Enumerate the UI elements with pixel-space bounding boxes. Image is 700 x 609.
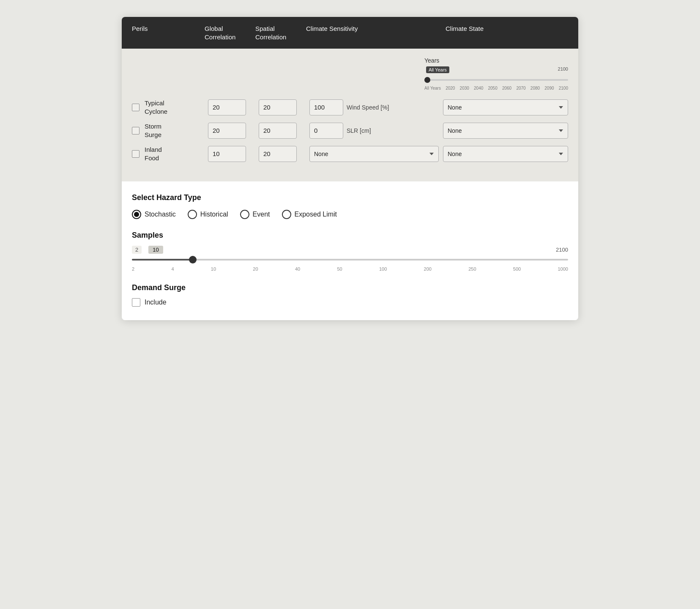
peril-name-cell-cyclone: TypicalCyclone (132, 99, 208, 115)
radio-outer-event (240, 210, 249, 219)
samples-ticks: 2 4 10 20 40 50 100 200 250 500 1000 (132, 266, 568, 272)
peril-cs-cyclone: Wind Speed [%] (309, 99, 439, 115)
spatial-correlation-input-cyclone[interactable] (259, 99, 297, 115)
peril-name-cell-storm: StormSurge (132, 122, 208, 139)
samples-min: 2 (132, 246, 142, 254)
radio-exposed-limit[interactable]: Exposed Limit (282, 210, 337, 219)
years-slider-thumb[interactable] (424, 77, 430, 83)
radio-inner-stochastic (134, 212, 139, 217)
peril-name-cell-inland: InlandFood (132, 145, 208, 162)
radio-stochastic[interactable]: Stochastic (132, 210, 176, 219)
samples-header: 2 10 2100 (132, 246, 568, 254)
demand-surge-section: Demand Surge Include (132, 283, 568, 307)
peril-global-corr-storm (208, 123, 259, 139)
peril-row-inland-food: InlandFood None None (132, 145, 568, 162)
peril-cs-storm: SLR [cm] (309, 123, 439, 139)
radio-outer-exposed (282, 210, 291, 219)
global-correlation-input-inland[interactable] (208, 146, 246, 162)
peril-cs-inland: None (309, 146, 439, 162)
years-slider-container: All Years 2100 All Years 2020 2030 2040 … (424, 66, 568, 91)
header-spatial-correlation: SpatialCorrelation (249, 17, 299, 49)
hazard-type-title: Select Hazard Type (132, 193, 568, 202)
spatial-correlation-input-inland[interactable] (259, 146, 297, 162)
header-climate-sensitivity: Climate Sensitivity (299, 17, 439, 49)
demand-surge-include-label: Include (145, 299, 167, 306)
perils-section: Years All Years 2100 All Years 2020 2 (122, 49, 578, 181)
header-global-correlation: GlobalCorrelation (198, 17, 249, 49)
samples-track (132, 259, 568, 261)
samples-current: 10 (148, 246, 163, 254)
samples-slider-wrapper[interactable] (132, 255, 568, 264)
demand-surge-checkbox-row: Include (132, 298, 568, 307)
table-header: Perils GlobalCorrelation SpatialCorrelat… (122, 17, 578, 49)
peril-row-storm-surge: StormSurge SLR [cm] None (132, 122, 568, 139)
radio-event[interactable]: Event (240, 210, 270, 219)
years-tooltip: All Years (426, 66, 449, 73)
radio-label-exposed: Exposed Limit (295, 211, 337, 218)
samples-section: Samples 2 10 2100 2 4 10 20 40 50 100 20… (132, 231, 568, 272)
years-row: Years All Years 2100 All Years 2020 2 (132, 57, 568, 91)
peril-spatial-corr-inland (259, 146, 309, 162)
radio-label-historical: Historical (200, 211, 228, 218)
years-max-label: 2100 (558, 66, 568, 71)
peril-global-corr-inland (208, 146, 259, 162)
global-correlation-input-cyclone[interactable] (208, 99, 246, 115)
spatial-correlation-input-storm[interactable] (259, 123, 297, 139)
radio-label-event: Event (253, 211, 270, 218)
years-slider-ticks: All Years 2020 2030 2040 2050 2060 2070 … (424, 86, 568, 91)
hazard-type-radio-group: Stochastic Historical Event Exposed Limi… (132, 210, 568, 219)
peril-spatial-corr-cyclone (259, 99, 309, 115)
radio-historical[interactable]: Historical (188, 210, 228, 219)
radio-label-stochastic: Stochastic (145, 211, 176, 218)
cs-select-wrapper-inland: None (309, 146, 439, 162)
peril-spatial-corr-storm (259, 123, 309, 139)
peril-state-inland: None (439, 146, 568, 162)
cs-value-input-cyclone[interactable] (309, 99, 343, 115)
samples-title: Samples (132, 231, 568, 240)
radio-outer-historical (188, 210, 197, 219)
demand-surge-checkbox[interactable] (132, 298, 140, 307)
peril-global-corr-cyclone (208, 99, 259, 115)
years-label: Years (424, 57, 568, 64)
peril-label-storm: StormSurge (145, 122, 161, 139)
samples-max: 2100 (556, 247, 568, 253)
peril-checkbox-cyclone[interactable] (132, 104, 139, 111)
samples-track-fill (132, 259, 193, 261)
years-slider-track (424, 79, 568, 81)
state-select-wrapper-storm: None (443, 123, 568, 139)
main-container: Perils GlobalCorrelation SpatialCorrelat… (122, 17, 578, 320)
peril-label-cyclone: TypicalCyclone (145, 99, 167, 115)
peril-checkbox-inland[interactable] (132, 150, 139, 158)
state-select-wrapper-cyclone: None (443, 99, 568, 115)
climate-state-select-cyclone[interactable]: None (443, 99, 568, 115)
global-correlation-input-storm[interactable] (208, 123, 246, 139)
climate-state-select-storm[interactable]: None (443, 123, 568, 139)
cs-value-input-storm[interactable] (309, 123, 343, 139)
peril-checkbox-storm[interactable] (132, 127, 139, 134)
cs-select-inland[interactable]: None (309, 146, 439, 162)
cs-label-cyclone: Wind Speed [%] (347, 104, 389, 111)
years-block: Years All Years 2100 All Years 2020 2 (424, 57, 568, 91)
peril-row-typical-cyclone: TypicalCyclone Wind Speed [%] None (132, 99, 568, 115)
cs-label-storm: SLR [cm] (347, 127, 371, 134)
samples-thumb[interactable] (189, 256, 197, 263)
climate-state-select-inland[interactable]: None (443, 146, 568, 162)
demand-surge-title: Demand Surge (132, 283, 568, 292)
peril-label-inland: InlandFood (145, 145, 162, 162)
peril-state-cyclone: None (439, 99, 568, 115)
header-climate-state: Climate State (439, 17, 578, 49)
state-select-wrapper-inland: None (443, 146, 568, 162)
years-slider-track-wrapper[interactable] (424, 76, 568, 84)
radio-outer-stochastic (132, 210, 141, 219)
bottom-section: Select Hazard Type Stochastic Historical… (122, 181, 578, 320)
header-perils: Perils (122, 17, 198, 49)
peril-state-storm: None (439, 123, 568, 139)
